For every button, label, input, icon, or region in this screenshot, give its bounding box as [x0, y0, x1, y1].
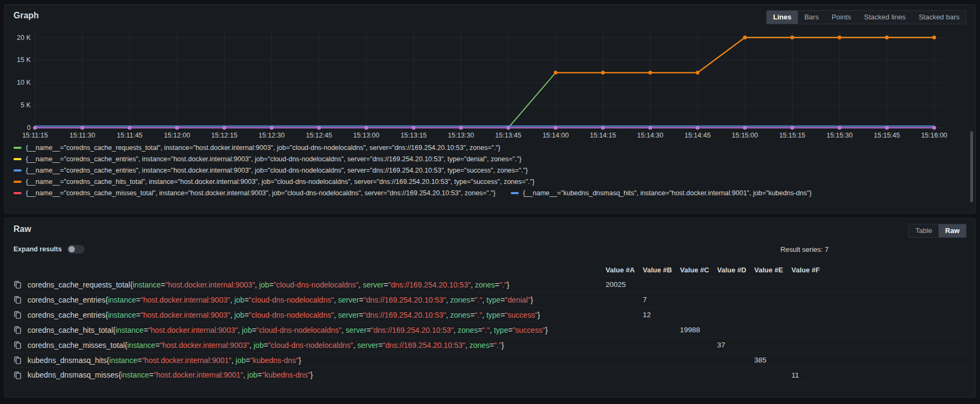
- legend-item[interactable]: {__name__="coredns_cache_entries", insta…: [13, 167, 528, 174]
- value-cell: [717, 311, 754, 319]
- value-cell: [606, 326, 643, 334]
- value-cell: [791, 280, 829, 289]
- data-point[interactable]: [696, 126, 699, 130]
- raw-controls: Expand results Result series: 7: [13, 243, 967, 255]
- graph-style-button-points[interactable]: Points: [825, 11, 858, 24]
- data-point[interactable]: [649, 71, 652, 75]
- data-point[interactable]: [459, 126, 463, 130]
- data-point[interactable]: [790, 126, 794, 130]
- copy-icon[interactable]: [13, 311, 22, 319]
- data-point[interactable]: [885, 126, 889, 130]
- value-column-header: Value #D: [717, 266, 754, 274]
- copy-icon[interactable]: [13, 356, 22, 365]
- data-point[interactable]: [601, 71, 605, 75]
- graph-style-button-stacked-lines[interactable]: Stacked lines: [858, 11, 912, 24]
- copy-icon[interactable]: [13, 341, 22, 350]
- graph-style-button-bars[interactable]: Bars: [798, 11, 825, 24]
- y-axis-tick-label: 10 K: [17, 79, 31, 86]
- y-axis-tick-label: 0: [27, 124, 31, 132]
- data-point[interactable]: [506, 126, 510, 130]
- copy-icon[interactable]: [13, 280, 22, 289]
- data-point[interactable]: [317, 126, 321, 130]
- value-cell: [754, 311, 791, 319]
- timeseries-chart[interactable]: 15:11:1515:11:3015:11:4515:12:0015:12:15…: [13, 25, 967, 141]
- value-cell: [606, 311, 643, 319]
- y-axis-tick-label: 5 K: [20, 101, 31, 109]
- legend-item[interactable]: {__name__="coredns_cache_misses_total", …: [13, 189, 496, 197]
- value-cell: [754, 341, 791, 349]
- value-cell: [643, 371, 680, 379]
- legend-item[interactable]: {__name__="coredns_cache_hits_total", in…: [13, 178, 534, 186]
- data-point[interactable]: [838, 36, 842, 39]
- value-cell: [754, 371, 791, 379]
- raw-tab-table[interactable]: Table: [909, 224, 939, 237]
- legend-row: {__name__="coredns_cache_hits_total", in…: [13, 177, 967, 187]
- y-axis-tick-label: 15 K: [17, 56, 31, 64]
- legend-row: {__name__="coredns_cache_entries", insta…: [13, 154, 967, 164]
- row-values: 19988: [606, 326, 967, 334]
- legend-series-label: {__name__="coredns_cache_entries", insta…: [26, 167, 528, 174]
- data-point[interactable]: [554, 126, 558, 130]
- data-point[interactable]: [175, 126, 179, 130]
- graph-panel-title: Graph: [13, 10, 39, 20]
- data-point[interactable]: [128, 126, 131, 130]
- data-point[interactable]: [601, 126, 605, 130]
- data-point[interactable]: [554, 71, 558, 75]
- value-cell: 19988: [680, 326, 717, 334]
- x-axis-tick-label: 15:13:30: [448, 132, 474, 139]
- value-cell: [680, 371, 717, 379]
- data-point[interactable]: [223, 126, 226, 130]
- copy-icon[interactable]: [13, 296, 22, 304]
- legend-row: {__name__="coredns_cache_misses_total", …: [13, 188, 967, 198]
- x-axis-tick-label: 15:15:45: [874, 132, 900, 139]
- data-point[interactable]: [838, 126, 842, 130]
- graph-style-button-lines-active[interactable]: Lines: [767, 11, 798, 24]
- row-values: 12: [606, 311, 967, 319]
- data-point[interactable]: [412, 126, 415, 130]
- data-point[interactable]: [81, 126, 85, 130]
- data-point[interactable]: [696, 71, 699, 75]
- row-values: 11: [606, 371, 967, 379]
- value-cell: [643, 326, 680, 334]
- x-axis-tick-label: 15:12:15: [211, 132, 238, 139]
- value-cell: [791, 326, 829, 334]
- x-axis-tick-label: 15:14:15: [590, 132, 616, 139]
- data-point[interactable]: [933, 126, 936, 130]
- legend-scrollbar-thumb[interactable]: [970, 131, 973, 202]
- legend-item[interactable]: {__name__="coredns_cache_entries", insta…: [13, 155, 522, 163]
- y-axis-tick-label: 20 K: [17, 34, 31, 42]
- data-point[interactable]: [365, 126, 369, 130]
- raw-series-row: coredns_cache_entries{instance="host.doc…: [13, 292, 967, 307]
- legend-item[interactable]: {__name__="coredns_cache_requests_total"…: [13, 144, 501, 152]
- data-point[interactable]: [743, 126, 747, 130]
- x-axis-tick-label: 15:12:45: [306, 132, 332, 139]
- value-column-header: Value #A: [606, 266, 643, 274]
- value-cell: [717, 296, 754, 304]
- raw-tab-raw-active[interactable]: Raw: [939, 224, 966, 237]
- data-point[interactable]: [649, 126, 652, 130]
- data-point[interactable]: [933, 36, 936, 39]
- legend-series-label: {__name__="coredns_cache_misses_total", …: [26, 189, 496, 197]
- data-point[interactable]: [33, 126, 37, 130]
- data-point[interactable]: [270, 126, 274, 130]
- legend-item[interactable]: {__name__="kubedns_dnsmasq_hits", instan…: [511, 189, 812, 197]
- metric-expression: coredns_cache_requests_total{instance="h…: [27, 280, 510, 289]
- data-point[interactable]: [790, 36, 794, 39]
- row-values: 385: [606, 356, 967, 364]
- value-cell: [680, 356, 717, 364]
- copy-icon[interactable]: [13, 326, 22, 334]
- graph-panel: Graph LinesBarsPointsStacked linesStacke…: [4, 4, 976, 214]
- value-column-header: Value #B: [643, 266, 680, 274]
- series-color-dash-icon: [13, 169, 22, 172]
- x-axis-tick-label: 15:14:45: [684, 132, 711, 139]
- copy-icon[interactable]: [13, 371, 22, 379]
- value-cell: [754, 326, 791, 334]
- raw-panel-title: Raw: [13, 224, 31, 234]
- value-column-header: Value #C: [680, 266, 717, 274]
- graph-style-button-stacked-bars[interactable]: Stacked bars: [912, 11, 966, 24]
- expand-results-toggle[interactable]: [67, 245, 85, 254]
- data-point[interactable]: [743, 36, 747, 39]
- value-cell: 385: [754, 356, 791, 364]
- data-point[interactable]: [885, 36, 889, 39]
- value-cell: [791, 341, 829, 349]
